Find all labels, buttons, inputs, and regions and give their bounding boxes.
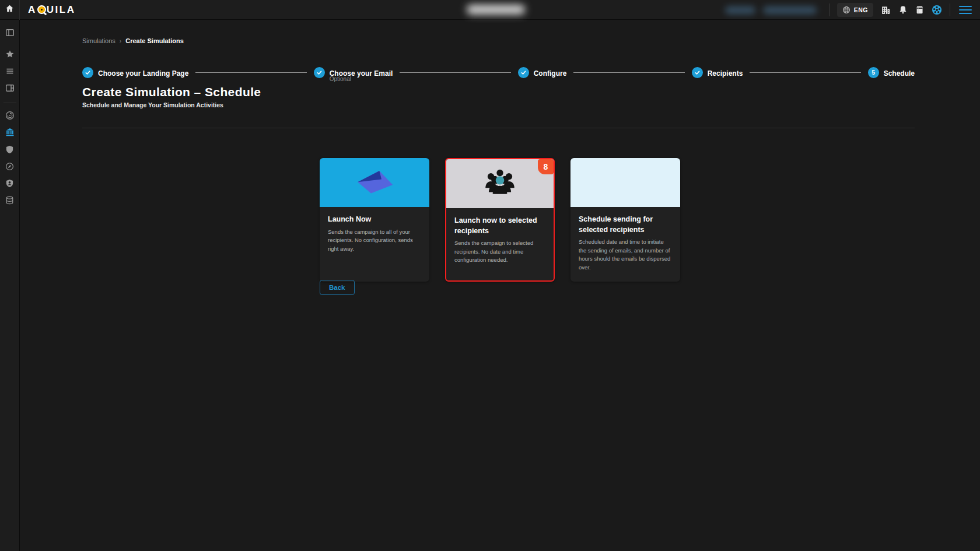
step-label: Configure	[534, 69, 567, 78]
home-button[interactable]	[0, 0, 20, 20]
schedule-option-cards: Launch Now Sends the campaign to all of …	[320, 158, 680, 282]
menu-icon[interactable]	[958, 5, 973, 16]
radar-icon	[5, 111, 15, 122]
sidebar-item-database[interactable]	[2, 193, 18, 209]
sidebar-item-panel[interactable]	[2, 26, 18, 42]
sidebar	[0, 20, 20, 551]
card-launch-selected-media: 8	[446, 159, 554, 208]
sidebar-item-shield[interactable]	[2, 142, 18, 159]
home-icon	[5, 4, 14, 15]
bell-icon[interactable]	[898, 5, 908, 15]
sidebar-item-layout[interactable]	[2, 81, 18, 97]
card-schedule-sending-body: Schedule sending for selected recipients…	[570, 207, 680, 282]
card-title: Launch Now	[328, 215, 421, 225]
main-content: Simulations › Create Simulations Choose …	[20, 20, 980, 551]
step-number: 5	[868, 67, 879, 78]
card-launch-now-body: Launch Now Sends the campaign to all of …	[320, 207, 429, 271]
card-launch-selected-recipients[interactable]: 8 Launch now to selected recipients Send…	[445, 158, 555, 282]
section-divider	[82, 128, 915, 128]
step-schedule[interactable]: 5 Schedule	[868, 67, 915, 78]
back-button[interactable]: Back	[320, 280, 355, 295]
logo-q-mark	[37, 5, 46, 14]
step-check-icon	[314, 67, 325, 78]
step-connector	[750, 72, 860, 73]
shield-icon	[5, 145, 14, 156]
card-launch-now-media	[320, 158, 429, 207]
star-icon	[5, 50, 15, 61]
step-label: Schedule	[884, 69, 915, 78]
redacted-user-info-1	[725, 6, 755, 14]
book-icon[interactable]	[915, 5, 924, 15]
brand-logo-post: UILA	[47, 4, 76, 16]
bank-icon	[5, 128, 15, 139]
step-configure[interactable]: Configure	[518, 67, 567, 78]
page-subtitle: Schedule and Manage Your Simulation Acti…	[82, 101, 223, 108]
database-icon	[5, 196, 14, 207]
step-check-icon	[692, 67, 703, 78]
building-icon[interactable]	[881, 5, 891, 15]
topbar-divider	[829, 3, 830, 16]
breadcrumb: Simulations › Create Simulations	[82, 37, 184, 44]
step-check-icon	[82, 67, 93, 78]
user-shield-icon	[5, 179, 14, 190]
paper-plane-icon	[352, 167, 397, 198]
step-label: Recipients	[708, 69, 743, 78]
sidebar-item-list[interactable]	[2, 64, 18, 80]
breadcrumb-separator: ›	[120, 38, 121, 44]
step-sublabel: Optional	[330, 76, 351, 82]
language-selector[interactable]: ENG	[837, 3, 873, 17]
card-launch-now[interactable]: Launch Now Sends the campaign to all of …	[320, 158, 429, 282]
language-label: ENG	[854, 6, 868, 13]
sidebar-item-compass[interactable]	[2, 159, 18, 176]
sidebar-item-user-shield[interactable]	[2, 176, 18, 192]
layout-icon	[5, 83, 15, 95]
brand-logo: A UILA	[28, 4, 75, 16]
sidebar-divider	[4, 103, 16, 103]
recipient-count-badge: 8	[538, 159, 554, 174]
page-title: Create Simulation – Schedule	[82, 85, 261, 99]
stepper: Choose your Landing Page Choose your Ema…	[82, 67, 915, 78]
card-launch-selected-body: Launch now to selected recipients Sends …	[446, 208, 554, 274]
breadcrumb-create-simulations: Create Simulations	[125, 37, 184, 44]
card-title: Schedule sending for selected recipients	[579, 215, 672, 235]
brand-logo-pre: A	[28, 4, 37, 16]
redacted-user-info-2	[763, 6, 817, 14]
sidebar-item-favorites[interactable]	[2, 47, 18, 64]
topbar-right-cluster: ENG	[725, 0, 980, 20]
people-group-icon	[481, 167, 519, 200]
compass-icon	[5, 162, 14, 173]
wheel-icon[interactable]	[932, 5, 942, 15]
topbar: A UILA ENG	[0, 0, 980, 20]
step-connector	[195, 72, 306, 73]
sidebar-item-simulations[interactable]	[2, 125, 18, 142]
card-description: Sends the campaign to all of your recipi…	[328, 228, 421, 254]
sidebar-item-radar[interactable]	[2, 108, 18, 125]
list-icon	[5, 66, 15, 78]
card-schedule-sending-media	[570, 158, 680, 207]
step-connector	[400, 72, 510, 73]
card-title: Launch now to selected recipients	[454, 216, 545, 236]
step-choose-email[interactable]: Choose your Email Optional	[314, 67, 393, 78]
breadcrumb-simulations[interactable]: Simulations	[82, 37, 116, 44]
topbar-divider	[950, 3, 950, 16]
step-label: Choose your Landing Page	[98, 69, 188, 78]
step-recipients[interactable]: Recipients	[692, 67, 743, 78]
card-description: Sends the campaign to selected recipient…	[454, 239, 545, 265]
card-schedule-sending[interactable]: Schedule sending for selected recipients…	[570, 158, 680, 282]
globe-icon	[842, 6, 850, 14]
card-description: Scheduled date and time to initiate the …	[579, 238, 672, 272]
step-choose-landing-page[interactable]: Choose your Landing Page	[82, 67, 188, 78]
step-connector	[573, 72, 684, 73]
step-check-icon	[518, 67, 529, 78]
redacted-title-text	[467, 5, 525, 15]
panel-icon	[5, 28, 15, 40]
